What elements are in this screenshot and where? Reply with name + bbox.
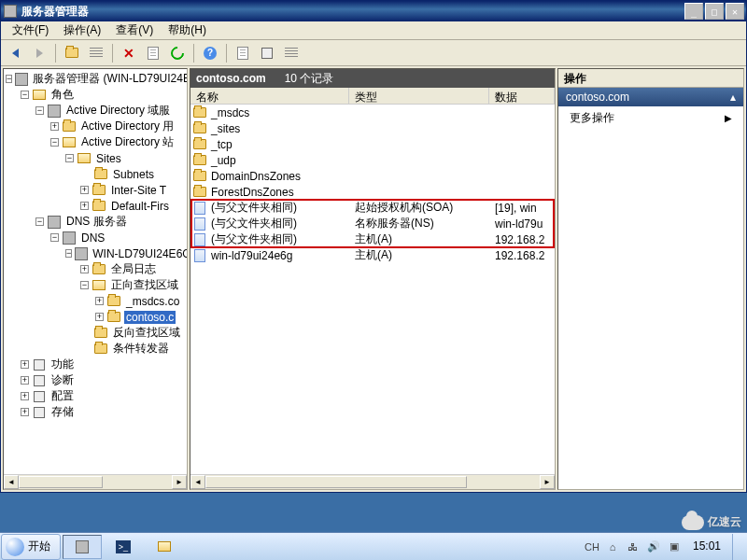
tree-config[interactable]: +配置 (6, 388, 185, 404)
view-button[interactable] (281, 43, 302, 63)
tree-dns-host[interactable]: −WIN-LD79UI24E6G (6, 245, 185, 261)
tree-fwd-zones[interactable]: −正向查找区域 (6, 277, 185, 293)
tree-defaultfirst[interactable]: +Default-Firs (6, 198, 185, 214)
menu-help[interactable]: 帮助(H) (161, 21, 214, 40)
tree-msdcs-zone[interactable]: +_msdcs.co (6, 293, 185, 309)
close-button[interactable]: ✕ (726, 3, 744, 20)
record-row[interactable]: (与父文件夹相同)主机(A)192.168.2 (190, 231, 555, 247)
new-record-button[interactable] (233, 43, 253, 63)
titlebar[interactable]: 服务器管理器 _ □ ✕ (1, 1, 746, 21)
zone-header: contoso.com 10 个记录 (190, 69, 555, 88)
scroll-thumb[interactable] (205, 476, 467, 488)
tree-dns-server[interactable]: −DNS 服务器 (6, 214, 185, 230)
more-actions[interactable]: 更多操作 ▶ (558, 106, 743, 130)
tray-icon[interactable]: ⌂ (605, 539, 620, 554)
tree-global-log[interactable]: +全局日志 (6, 261, 185, 277)
ime-indicator[interactable]: CH (585, 539, 599, 554)
tree-adds[interactable]: −Active Directory 域服 (6, 103, 185, 119)
folder-icon (192, 171, 207, 181)
show-hide-button[interactable] (86, 43, 106, 63)
arrow-left-icon (12, 49, 19, 58)
record-row[interactable]: _msdcs (190, 105, 555, 120)
col-name[interactable]: 名称 (190, 88, 349, 104)
show-desktop[interactable] (732, 534, 740, 560)
tree-features[interactable]: +功能 (6, 357, 185, 372)
tree-ad-sites[interactable]: −Active Directory 站 (6, 134, 185, 150)
app-icon (3, 4, 18, 19)
minimize-button[interactable]: _ (684, 3, 703, 20)
record-type: 主机(A) (349, 247, 489, 263)
page-icon (148, 47, 159, 60)
tree-rev-zones[interactable]: 反向查找区域 (6, 325, 185, 341)
record-row[interactable]: _sites (190, 120, 555, 136)
cloud-icon (682, 515, 704, 530)
toolbar-separator (193, 44, 194, 63)
toolbar-separator (226, 44, 227, 63)
record-row[interactable]: ForestDnsZones (190, 184, 555, 200)
box-icon (261, 48, 273, 59)
back-button[interactable] (5, 43, 25, 63)
scroll-thumb[interactable] (19, 476, 103, 488)
help-button[interactable]: ? (200, 43, 220, 63)
col-type[interactable]: 类型 (349, 88, 489, 104)
record-icon (192, 249, 207, 262)
tree[interactable]: −服务器管理器 (WIN-LD79UI24E6 −角色 −Active Dire… (4, 69, 187, 474)
scroll-right-button[interactable]: ► (172, 475, 187, 489)
content-area: −服务器管理器 (WIN-LD79UI24E6 −角色 −Active Dire… (1, 66, 746, 492)
menu-file[interactable]: 文件(F) (5, 21, 56, 40)
tree-roles[interactable]: −角色 (6, 87, 185, 103)
refresh-icon (168, 44, 187, 63)
tree-intersite[interactable]: +Inter-Site T (6, 182, 185, 198)
network-icon[interactable]: 🖧 (626, 539, 641, 554)
menu-view[interactable]: 查看(V) (108, 21, 161, 40)
start-button[interactable]: 开始 (1, 534, 61, 560)
record-row[interactable]: (与父文件夹相同)起始授权机构(SOA)[19], win (190, 200, 555, 216)
window-title: 服务器管理器 (21, 4, 683, 20)
column-headers: 名称 类型 数据 (190, 88, 555, 105)
tree-ad-users[interactable]: +Active Directory 用 (6, 119, 185, 134)
collapse-icon[interactable]: ▴ (730, 91, 736, 104)
taskbar-item-explorer[interactable] (145, 535, 184, 559)
maximize-button[interactable]: □ (705, 3, 724, 20)
up-button[interactable] (62, 43, 82, 63)
tree-subnets[interactable]: Subnets (6, 166, 185, 182)
delete-button[interactable]: ✕ (119, 43, 139, 63)
tray-icon[interactable]: ▣ (667, 539, 682, 554)
record-row[interactable]: DomainDnsZones (190, 168, 555, 184)
tree-storage[interactable]: +存储 (6, 404, 185, 420)
folder-icon (63, 137, 76, 147)
scroll-track[interactable] (19, 475, 172, 489)
forward-button[interactable] (29, 43, 49, 63)
properties-button[interactable] (143, 43, 163, 63)
clock[interactable]: 15:01 (687, 540, 726, 553)
tree-diagnostics[interactable]: +诊断 (6, 372, 185, 388)
tree-scrollbar[interactable]: ◄ ► (4, 474, 187, 489)
scroll-right-button[interactable]: ► (540, 475, 555, 489)
tree-cond-fwd[interactable]: 条件转发器 (6, 341, 185, 357)
scroll-left-button[interactable]: ◄ (190, 475, 205, 489)
tree-root[interactable]: −服务器管理器 (WIN-LD79UI24E6 (6, 71, 185, 87)
menu-action[interactable]: 操作(A) (56, 21, 108, 40)
features-icon (34, 359, 45, 371)
scroll-track[interactable] (205, 475, 540, 489)
filter-button[interactable] (257, 43, 277, 63)
refresh-button[interactable] (167, 43, 188, 63)
col-data[interactable]: 数据 (489, 88, 555, 104)
records-scrollbar[interactable]: ◄ ► (190, 474, 555, 489)
tree-sites[interactable]: −Sites (6, 150, 185, 166)
record-row[interactable]: win-ld79ui24e6g主机(A)192.168.2 (190, 247, 555, 263)
tree-dns[interactable]: −DNS (6, 230, 185, 245)
records-list[interactable]: _msdcs_sites_tcp_udpDomainDnsZonesForest… (190, 105, 555, 474)
record-type: 主机(A) (349, 231, 489, 247)
taskbar-item-powershell[interactable]: >_ (104, 535, 143, 559)
taskbar-item-server-manager[interactable] (63, 535, 102, 559)
record-row[interactable]: (与父文件夹相同)名称服务器(NS)win-ld79u (190, 216, 555, 231)
folder-icon (192, 123, 207, 133)
record-row[interactable]: _udp (190, 152, 555, 168)
scroll-left-button[interactable]: ◄ (4, 475, 19, 489)
folder-icon (92, 264, 106, 274)
taskbar: 开始 >_ CH ⌂ 🖧 🔊 ▣ 15:01 (0, 532, 747, 560)
volume-icon[interactable]: 🔊 (646, 539, 661, 554)
tree-contoso-zone[interactable]: +contoso.c (6, 309, 185, 325)
record-row[interactable]: _tcp (190, 136, 555, 152)
